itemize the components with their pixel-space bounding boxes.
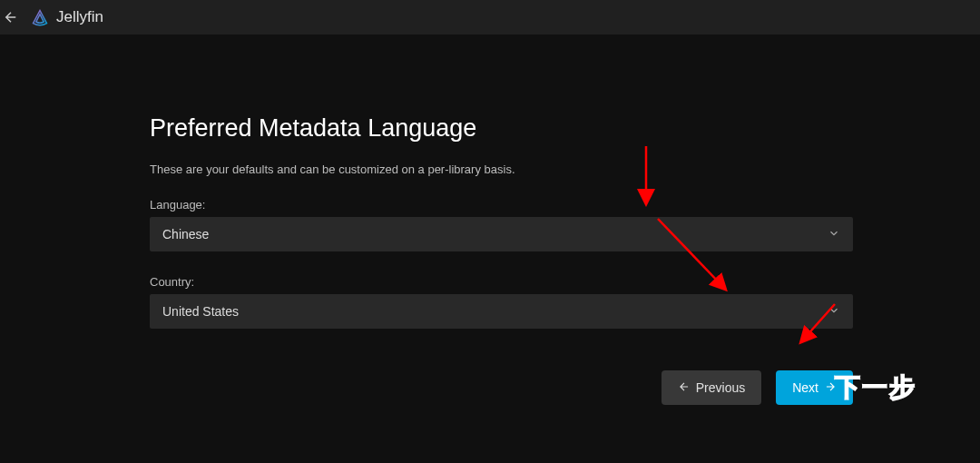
chevron-down-icon — [828, 304, 840, 320]
app-logo: Jellyfin — [31, 8, 103, 26]
country-select[interactable]: United States — [150, 294, 853, 329]
language-label: Language: — [150, 198, 703, 212]
main-content: Preferred Metadata Language These are yo… — [0, 34, 853, 405]
arrow-left-icon — [678, 380, 691, 396]
previous-button[interactable]: Previous — [662, 370, 761, 405]
language-select[interactable]: Chinese — [150, 217, 853, 251]
language-field-group: Language: Chinese — [150, 198, 703, 251]
country-label: Country: — [150, 275, 703, 289]
arrow-left-icon — [3, 9, 19, 25]
arrow-right-icon — [824, 380, 837, 396]
previous-label: Previous — [696, 380, 745, 395]
next-button[interactable]: Next — [776, 370, 853, 405]
chevron-down-icon — [828, 227, 840, 242]
page-subtitle: These are your defaults and can be custo… — [150, 163, 703, 176]
page-title: Preferred Metadata Language — [150, 114, 703, 143]
back-button[interactable] — [0, 0, 22, 34]
country-field-group: Country: United States — [150, 275, 703, 329]
app-name-label: Jellyfin — [56, 8, 103, 26]
country-value: United States — [162, 304, 239, 319]
language-value: Chinese — [162, 227, 209, 241]
next-label: Next — [792, 380, 818, 395]
app-header: Jellyfin — [0, 0, 980, 34]
wizard-button-row: Previous Next — [150, 370, 853, 405]
jellyfin-logo-icon — [31, 8, 49, 26]
